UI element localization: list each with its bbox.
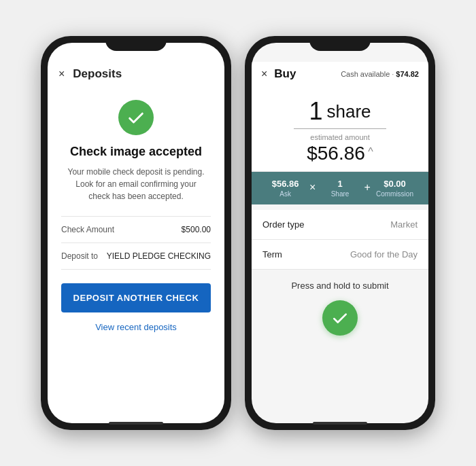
commission-value: $0.00 — [384, 179, 406, 189]
deposits-screen: × Deposits Check image accepted Your mob… — [48, 43, 224, 423]
share-col: 1 Share — [316, 179, 364, 198]
order-form: Order type Market Term Good for the Day — [252, 210, 428, 270]
accepted-title: Check image accepted — [70, 145, 202, 159]
order-type-label: Order type — [262, 219, 304, 230]
share-section: 1 share estimated amount $56.86 ^ — [252, 88, 428, 172]
term-row[interactable]: Term Good for the Day — [252, 240, 428, 270]
order-type-value: Market — [390, 219, 418, 230]
buy-header: × Buy Cash available · $74.82 — [252, 62, 428, 88]
buy-close-icon[interactable]: × — [261, 68, 267, 80]
share-number[interactable]: 1 — [309, 97, 322, 126]
deposit-another-button[interactable]: DEPOSIT ANOTHER CHECK — [61, 283, 211, 312]
term-label: Term — [262, 249, 282, 259]
submit-section: Press and hold to submit — [252, 270, 428, 344]
left-phone: × Deposits Check image accepted Your mob… — [41, 36, 231, 430]
buy-title: Buy — [274, 67, 341, 81]
cash-separator: · — [392, 70, 394, 78]
home-indicator-right — [313, 422, 367, 425]
estimated-label: estimated amount — [262, 133, 418, 141]
deposits-header: × Deposits — [48, 62, 224, 89]
estimated-amount-value: $56.86 — [307, 143, 365, 164]
share-count-row: 1 share — [262, 97, 418, 126]
underline-bar — [294, 128, 387, 129]
buy-screen: × Buy Cash available · $74.82 1 share es… — [252, 43, 428, 423]
press-hold-text: Press and hold to submit — [291, 281, 388, 291]
cash-amount-value: $74.82 — [396, 70, 419, 78]
ask-col: $56.86 Ask — [261, 179, 309, 198]
multiply-op: × — [309, 179, 316, 194]
notch-right — [309, 36, 371, 51]
deposit-to-row: Deposit to YIELD PLEDGE CHECKING — [61, 243, 211, 270]
estimated-caret: ^ — [368, 146, 373, 158]
notch-left — [105, 36, 167, 51]
deposits-body: Check image accepted Your mobile check d… — [48, 89, 224, 423]
commission-label: Commission — [376, 190, 413, 198]
check-amount-label: Check Amount — [61, 225, 114, 234]
home-indicator-left — [109, 422, 163, 425]
deposit-to-label: Deposit to — [61, 251, 98, 261]
commission-col: $0.00 Commission — [371, 179, 419, 198]
view-recent-link[interactable]: View recent deposits — [95, 322, 177, 332]
deposit-to-value: YIELD PLEDGE CHECKING — [107, 251, 211, 261]
ask-label: Ask — [279, 190, 291, 198]
share-qty-value: 1 — [337, 179, 342, 189]
cash-available-label: Cash available — [341, 70, 390, 78]
estimated-amount-row: $56.86 ^ — [262, 143, 418, 164]
deposits-title: Deposits — [73, 67, 122, 81]
plus-op: + — [364, 179, 371, 194]
order-summary-bar: $56.86 Ask × 1 Share + $0.00 Commission — [252, 172, 428, 204]
term-value: Good for the Day — [350, 249, 418, 259]
right-phone: × Buy Cash available · $74.82 1 share es… — [245, 36, 435, 430]
check-amount-row: Check Amount $500.00 — [61, 217, 211, 243]
ask-value: $56.86 — [272, 179, 299, 189]
submit-button[interactable] — [322, 300, 358, 336]
close-icon[interactable]: × — [58, 68, 65, 80]
success-check-icon — [118, 100, 154, 135]
order-type-row[interactable]: Order type Market — [252, 210, 428, 240]
share-qty-label: Share — [331, 190, 350, 198]
accepted-desc: Your mobile check deposit is pending. Lo… — [61, 166, 211, 202]
share-text: share — [326, 101, 371, 122]
check-amount-value: $500.00 — [182, 225, 211, 234]
